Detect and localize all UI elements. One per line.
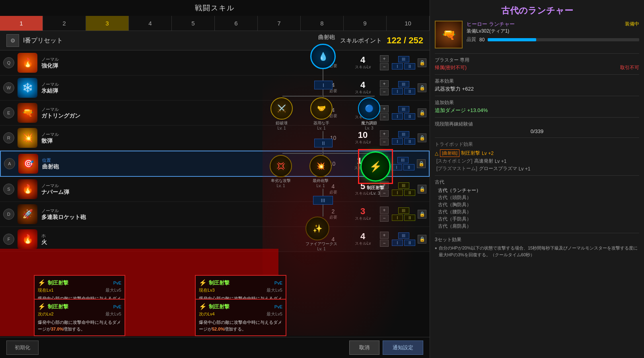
ancient-label: 古代 [435, 179, 639, 186]
tab-6[interactable]: 6 [215, 16, 258, 31]
tree-node-final[interactable]: 💥 最終砲撃 Lv. 1 [309, 155, 332, 188]
skill-icon-S: 🔥 [18, 179, 37, 199]
item-quality-row: 品質 80 [467, 36, 639, 43]
bottom-bar: 初期化 取消 通知設定 [0, 337, 430, 358]
lock-S[interactable]: 🔒 [418, 185, 426, 194]
tt2-max: 最大Lv5 [105, 311, 121, 317]
key-F: F [3, 234, 14, 245]
tt4-max: 最大Lv5 [267, 311, 282, 317]
key-E: E [3, 107, 14, 118]
tt2-title: 制圧射撃 [48, 303, 68, 310]
tab-1[interactable]: 1 [0, 16, 43, 31]
tree-node-main[interactable]: 💧 [310, 44, 336, 69]
tt3-pve: PvE [274, 281, 282, 285]
tt4-desc: 爆発中心部の敵に攻撃命中時に与えるダメージが52.0%増加する。 [199, 319, 282, 332]
tt2-pve: PvE [113, 304, 121, 309]
skill-icon-W: ❄️ [18, 78, 37, 98]
tab-8[interactable]: 8 [301, 16, 344, 31]
skill-icon-A: 🎯 [18, 154, 38, 174]
lock-E[interactable]: 🔒 [418, 108, 426, 117]
tt4-current: 次のLv4 [199, 311, 215, 317]
set-effect-text: 自分のHPが20%以下の状態で攻撃する場合、15秒間毎秒下級及びノーマルモンスタ… [439, 245, 639, 258]
tab-7[interactable]: 7 [258, 16, 301, 31]
weapon-type: ブラスター 専用 [435, 57, 639, 64]
cancel-button[interactable]: 取消 [349, 341, 379, 355]
quality-value: 80 [479, 37, 484, 43]
key-R: R [3, 132, 14, 143]
tree-node-magic[interactable]: 🔵 魔力調節 Lv. 3 [358, 97, 380, 130]
ancient-chest: 古代（胸防具） [435, 201, 639, 208]
quality-bar [488, 38, 639, 41]
ancient-launcher: 古代（ランチャー） [435, 187, 639, 194]
ancient-gloves: 古代（手防具） [435, 216, 639, 223]
tt4-pve: PvE [274, 304, 282, 309]
tree-top-label: 曲射砲 [318, 34, 335, 41]
basic-effect-label: 基本効果 [435, 78, 639, 85]
tab-5[interactable]: 5 [172, 16, 215, 31]
key-A: A [4, 158, 15, 169]
item-header: 🔫 ヒーロー ランチャー 装備中 装備Lv302(ティア1) 品質 80 [435, 21, 639, 48]
exp-label: 現段階再錬経験値 [435, 121, 639, 128]
tab-10[interactable]: 10 [387, 16, 430, 31]
tt3-max: 最大Lv5 [267, 287, 282, 293]
tripod-item-1: △ [曲射砲] 制圧射撃 Lv +2 [435, 149, 639, 157]
tripod-name-1: 制圧射撃 [461, 150, 480, 157]
exp-value: 0/339 [435, 128, 639, 134]
tripod-bonus-2: Lv +1 [495, 159, 507, 164]
tripod-bracket-2: [スカイボミング] [436, 158, 473, 164]
page-title: 戦闘スキル [0, 0, 430, 16]
tab-3[interactable]: 3 [86, 16, 129, 31]
reset-button[interactable]: 初期化 [6, 341, 39, 355]
tripod-item-3: [プラズマストーム] グロースプラズマ Lv +1 [435, 165, 639, 172]
tooltip-next-lv4: ⚡ 制圧射撃 PvE 次のLv4 最大Lv5 爆発中心部の敵に攻撃命中時に与える… [195, 299, 286, 336]
preset-label: I番プリセット [23, 37, 63, 45]
lock-D[interactable]: 🔒 [418, 210, 426, 219]
lock-W[interactable]: 🔒 [418, 83, 426, 92]
tt3-current: 現在Lv3 [199, 287, 215, 293]
tree-node-dexterous[interactable]: 🤝 器用な手 Lv. 1 [310, 97, 333, 130]
tree-node-smash[interactable]: ⚔️ 鎧破壊 Lv. 1 [270, 97, 293, 130]
tt4-title: 制圧射撃 [209, 303, 230, 310]
set-effect-label: 3セット効果 [435, 236, 639, 243]
right-panel: 古代のランチャー 🔫 ヒーロー ランチャー 装備中 装備Lv302(ティア1) … [430, 0, 644, 358]
tt1-max: 最大Lv5 [105, 287, 121, 293]
lock-A[interactable]: 🔒 [417, 159, 426, 168]
tier-III-badge: III [313, 196, 333, 205]
tt3-title: 制圧射撃 [209, 279, 230, 286]
item-image: 🔫 [435, 21, 463, 48]
set-effect-item-1: • 自分のHPが20%以下の状態で攻撃する場合、15秒間毎秒下級及びノーマルモン… [435, 245, 639, 258]
tree-node-suppress[interactable]: ⚡ 制圧射撃 Lv. 3 [358, 149, 393, 195]
item-subtitle: ヒーロー ランチャー [467, 21, 515, 28]
tripod-bracket-3: [プラズマストーム] [436, 165, 477, 172]
tab-2[interactable]: 2 [43, 16, 86, 31]
tab-4[interactable]: 4 [129, 16, 172, 31]
skill-icon-Q: 🔥 [18, 53, 37, 73]
lock-R[interactable]: 🔒 [418, 134, 426, 142]
skill-icon-D: 🚀 [18, 204, 37, 224]
tripod-name-3: グロースプラズマ [479, 165, 517, 172]
tripod-item-2: [スカイボミング] 高速発射 Lv +1 [435, 158, 639, 164]
lock-F[interactable]: 🔒 [418, 235, 426, 244]
key-W: W [3, 82, 14, 93]
skill-tree-visual: 曲射砲 💧 I ⚔️ 鎧破壊 Lv. 1 🤝 器用な手 Lv. 1 [263, 34, 418, 304]
tabs-row: 1 2 3 4 5 6 7 8 9 10 [0, 16, 430, 31]
tier-II-badge: II [314, 139, 333, 147]
settings-button[interactable]: ⚙ [6, 34, 19, 47]
skill-icon-R: 💥 [18, 128, 37, 148]
key-D: D [3, 209, 14, 220]
tripod-label: トライポッド効果 [435, 141, 639, 148]
equipped-badge: 装備中 [625, 21, 639, 28]
tab-9[interactable]: 9 [344, 16, 387, 31]
tree-node-fireworks[interactable]: ✨ ファイアワークス Lv. 1 [305, 217, 337, 251]
skill-icon-E: 🔫 [18, 103, 37, 123]
left-panel: 戦闘スキル 1 2 3 4 5 6 7 8 9 10 ⚙ I番プリセット スキル… [0, 0, 430, 358]
lock-Q[interactable]: 🔒 [418, 58, 426, 67]
notify-button[interactable]: 通知設定 [383, 341, 423, 355]
tree-node-low-attack[interactable]: 💢 卑劣な攻撃 Lv. 1 [270, 155, 292, 188]
key-S: S [3, 184, 14, 195]
quality-bar-fill [488, 38, 536, 41]
binding-text: 帰属(密封不可) [435, 64, 467, 71]
ancient-waist: 古代（腰防具） [435, 209, 639, 215]
ancient-head: 古代（頭防具） [435, 194, 639, 201]
key-Q: Q [3, 57, 14, 68]
